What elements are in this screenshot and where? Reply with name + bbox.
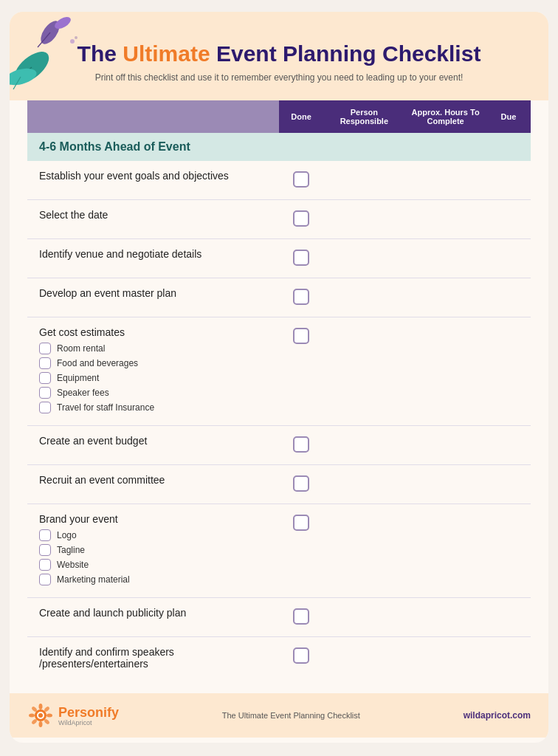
- hours-cell: [404, 278, 486, 317]
- table-row: Create an event budget: [27, 426, 531, 465]
- sub-checkbox[interactable]: [39, 343, 51, 354]
- check-cell: [279, 637, 323, 679]
- task-cell: Recruit an event committee: [27, 465, 279, 504]
- task-cell: Select the date: [27, 200, 279, 239]
- checkbox[interactable]: [293, 436, 309, 453]
- check-cell: [279, 317, 323, 426]
- checkbox[interactable]: [293, 647, 309, 664]
- check-cell: [279, 239, 323, 278]
- hours-cell: [404, 200, 486, 239]
- task-label: Identify venue and negotiate details: [39, 248, 273, 260]
- task-label: Brand your event: [39, 513, 273, 525]
- task-cell: Brand your eventLogoTaglineWebsiteMarket…: [27, 504, 279, 598]
- checkbox[interactable]: [293, 475, 309, 492]
- svg-point-14: [29, 714, 35, 718]
- personify-brand: Personify WildApricot: [58, 705, 119, 726]
- due-cell: [486, 200, 531, 239]
- checkbox[interactable]: [293, 289, 309, 305]
- checkbox[interactable]: [293, 171, 309, 188]
- hours-cell: [404, 239, 486, 278]
- svg-point-7: [70, 39, 75, 44]
- sub-item: Marketing material: [39, 574, 273, 585]
- task-cell: Identify and confirm speakers /presenter…: [27, 637, 279, 679]
- person-cell: [323, 426, 404, 465]
- task-label: Select the date: [39, 209, 273, 221]
- sub-item: Room rental: [39, 343, 273, 354]
- section-header-row: 4-6 Months Ahead of Event: [27, 133, 531, 161]
- sub-item-label: Speaker fees: [57, 388, 109, 398]
- sub-item-label: Equipment: [57, 373, 99, 383]
- sub-checkbox[interactable]: [39, 372, 51, 384]
- person-cell: [323, 637, 404, 679]
- header-decoration: [10, 12, 91, 93]
- due-cell: [486, 426, 531, 465]
- sub-item-label: Website: [57, 560, 89, 570]
- header: The Ultimate Event Planning Checklist Pr…: [10, 12, 548, 100]
- task-label: Create and launch publicity plan: [39, 607, 273, 619]
- sub-checkbox[interactable]: [39, 402, 51, 413]
- check-cell: [279, 598, 323, 637]
- person-cell: [323, 278, 404, 317]
- due-cell: [486, 504, 531, 598]
- sub-checkbox[interactable]: [39, 357, 51, 369]
- sub-item-label: Logo: [57, 530, 77, 540]
- table-row: Identify venue and negotiate details: [27, 239, 531, 278]
- task-cell: Get cost estimatesRoom rentalFood and be…: [27, 317, 279, 426]
- footer: Personify WildApricot The Ultimate Event…: [10, 693, 548, 738]
- due-cell: [486, 161, 531, 200]
- svg-point-11: [38, 713, 43, 718]
- table-container: Done Person Responsible Approx. Hours To…: [10, 100, 548, 693]
- hours-cell: [404, 317, 486, 426]
- table-row: Get cost estimatesRoom rentalFood and be…: [27, 317, 531, 426]
- sub-item: Food and beverages: [39, 357, 273, 369]
- sub-checkbox[interactable]: [39, 387, 51, 399]
- sub-checkbox[interactable]: [39, 544, 51, 556]
- sub-checkbox[interactable]: [39, 559, 51, 571]
- task-cell: Develop an event master plan: [27, 278, 279, 317]
- task-cell: Establish your event goals and objective…: [27, 161, 279, 200]
- task-label: Recruit an event committee: [39, 474, 273, 486]
- check-cell: [279, 426, 323, 465]
- checkbox[interactable]: [293, 210, 309, 227]
- checklist-table: Done Person Responsible Approx. Hours To…: [27, 100, 531, 678]
- sub-item-label: Travel for staff Insurance: [57, 402, 154, 413]
- brand-name: Personify: [58, 705, 119, 720]
- svg-point-15: [46, 714, 52, 718]
- hours-cell: [404, 598, 486, 637]
- hours-cell: [404, 504, 486, 598]
- task-label: Develop an event master plan: [39, 287, 273, 299]
- footer-website: wildapricot.com: [464, 710, 531, 721]
- sub-item: Tagline: [39, 544, 273, 556]
- table-row: Brand your eventLogoTaglineWebsiteMarket…: [27, 504, 531, 598]
- person-cell: [323, 317, 404, 426]
- section-title: 4-6 Months Ahead of Event: [27, 133, 531, 161]
- sub-item: Logo: [39, 529, 273, 541]
- checkbox[interactable]: [293, 515, 309, 531]
- sub-item: Speaker fees: [39, 387, 273, 399]
- due-cell: [486, 278, 531, 317]
- check-cell: [279, 278, 323, 317]
- table-row: Create and launch publicity plan: [27, 598, 531, 637]
- check-cell: [279, 200, 323, 239]
- col-header-person: Person Responsible: [323, 100, 404, 133]
- brand-sub: WildApricot: [58, 719, 119, 726]
- checkbox[interactable]: [293, 608, 309, 625]
- sub-item: Travel for staff Insurance: [39, 402, 273, 413]
- hours-cell: [404, 465, 486, 504]
- check-cell: [279, 161, 323, 200]
- table-row: Select the date: [27, 200, 531, 239]
- checkbox[interactable]: [293, 328, 309, 344]
- sub-checkbox[interactable]: [39, 529, 51, 541]
- person-cell: [323, 598, 404, 637]
- svg-point-13: [39, 721, 43, 727]
- task-cell: Identify venue and negotiate details: [27, 239, 279, 278]
- task-cell: Create an event budget: [27, 426, 279, 465]
- task-cell: Create and launch publicity plan: [27, 598, 279, 637]
- check-cell: [279, 465, 323, 504]
- due-cell: [486, 317, 531, 426]
- page: The Ultimate Event Planning Checklist Pr…: [10, 12, 548, 743]
- sub-checkbox[interactable]: [39, 574, 51, 585]
- sub-item-label: Room rental: [57, 343, 105, 354]
- checkbox[interactable]: [293, 250, 309, 266]
- col-header-hours: Approx. Hours To Complete: [404, 100, 486, 133]
